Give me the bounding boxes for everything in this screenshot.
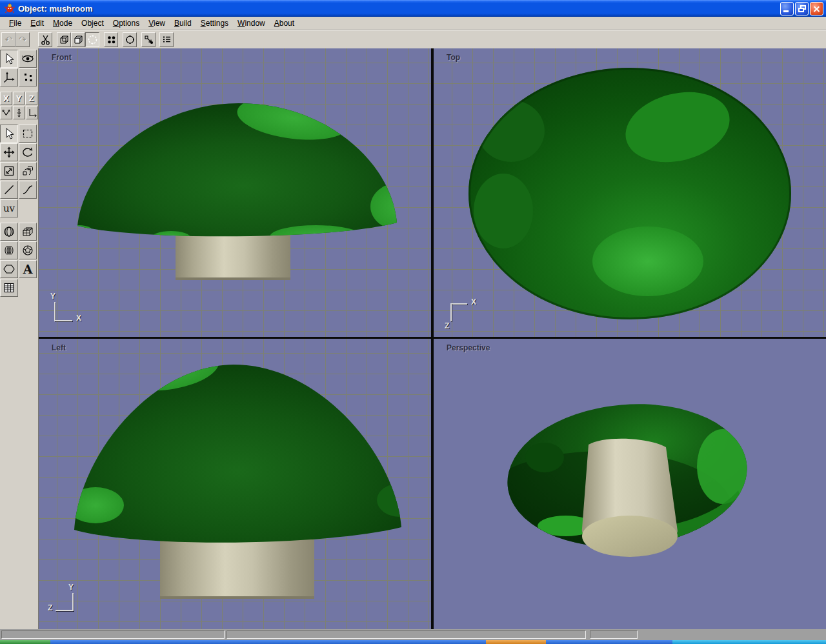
axis-indicator-top: X Z [443,297,484,333]
coord-world-button[interactable] [0,106,12,119]
mushroom-front-render [39,48,431,337]
curve-icon [21,183,34,196]
start-button-edge[interactable] [0,640,50,644]
axis-y-label: Y [68,583,74,592]
close-button[interactable] [810,2,823,15]
menu-object[interactable]: Object [77,17,108,29]
drag-select-button[interactable] [19,125,37,143]
solid-cube-icon [73,34,84,45]
solid-view-button[interactable] [71,32,85,47]
menu-edit[interactable]: Edit [26,17,48,29]
double-cube-icon [21,165,34,177]
ngon-tool-button[interactable] [0,260,18,278]
status-panel [227,630,586,639]
cylinder-tool-button[interactable] [0,241,18,259]
menu-settings[interactable]: Settings [196,17,233,29]
taskbar-tray-segment[interactable] [672,640,826,644]
viewport-perspective[interactable]: Perspective [434,339,826,629]
viewport-left[interactable]: Left [39,339,431,629]
mushroom-top-render [434,48,826,337]
rotate-button[interactable] [19,143,37,161]
scatter-dots-icon [21,71,34,84]
wireframe-view-button[interactable] [57,32,71,47]
move-arrows-icon [3,146,15,159]
viewport-perspective-label: Perspective [447,343,490,352]
viewport-top-label: Top [447,53,460,62]
app-icon [4,3,15,14]
geosphere-icon [21,244,34,257]
add-spline-button[interactable] [19,181,37,199]
taskbar-segment[interactable] [546,640,672,644]
viewport-left-label: Left [52,343,66,352]
select-arrow-button[interactable] [0,50,18,68]
text-tool-button[interactable]: A [19,260,37,278]
axis-lock-y-button[interactable]: Y [13,92,25,105]
select-button[interactable] [0,125,18,143]
grid-tool-button[interactable] [0,279,18,297]
sphere-icon [3,225,15,238]
axis-z-label: Z [445,321,449,330]
status-panel [1,630,225,639]
menu-bar: File Edit Mode Object Options View Build… [0,17,826,30]
menu-mode[interactable]: Mode [48,17,77,29]
taskbar-active-window-button[interactable] [486,640,546,644]
menu-build[interactable]: Build [170,17,196,29]
axis-x-label: X [471,297,476,307]
menu-view[interactable]: View [144,17,170,29]
spline-circle-button[interactable] [123,32,137,47]
smooth-view-button[interactable] [85,32,99,47]
menu-window[interactable]: Window [233,17,270,29]
viewport-front[interactable]: Front [39,48,431,337]
axis-z-label: Z [48,603,52,612]
minimize-button[interactable] [780,2,794,15]
axis-move-button[interactable] [141,32,156,47]
axis-lock-z-button[interactable]: Z [25,92,37,105]
visibility-button[interactable] [19,50,37,68]
screen-axes-icon [26,106,37,119]
non-uniform-scale-button[interactable] [19,162,37,180]
viewport-front-label: Front [52,53,72,62]
menu-options[interactable]: Options [108,17,144,29]
title-bar[interactable]: Object: mushroom [0,0,826,17]
mushroom-perspective-render [434,339,826,629]
status-bar [0,629,826,640]
marquee-icon [21,127,34,140]
menu-file[interactable]: File [5,17,26,29]
sphere-tool-button[interactable] [0,223,18,241]
menu-about[interactable]: About [270,17,299,29]
world-axes-icon [1,106,12,119]
option-list-button[interactable] [159,32,174,47]
viewport-top[interactable]: Top [434,48,826,337]
line-icon [3,183,15,196]
axis-orientation-button[interactable] [0,68,18,86]
list-icon [161,34,172,45]
point-edit-button[interactable] [104,32,118,47]
cursor-arrow-icon [3,52,15,65]
add-edge-button[interactable] [0,181,18,199]
four-dots-icon [106,34,117,45]
restore-button[interactable] [795,2,809,15]
object-axes-icon [14,106,25,119]
coord-object-button[interactable] [13,106,25,119]
cylinder-icon [3,244,15,257]
axis-lock-x-button[interactable]: X [0,92,12,105]
cut-button[interactable] [38,32,52,47]
redo-icon: ↷ [19,35,26,44]
move-button[interactable] [0,143,18,161]
undo-button[interactable]: ↶ [1,32,15,47]
taskbar-segment[interactable] [50,640,486,644]
show-points-button[interactable] [19,68,37,86]
axes-icon [3,71,15,84]
uv-tool-button[interactable]: uv [0,199,18,217]
wireframe-cube-icon [59,34,70,45]
cube-tool-button[interactable] [19,223,37,241]
app-window: Object: mushroom File Edit Mode Object O… [0,0,826,644]
table-icon [3,281,15,294]
axis-x-label: X [76,314,81,323]
geosphere-tool-button[interactable] [19,241,37,259]
status-panel [590,630,638,639]
scale-button[interactable] [0,162,18,180]
arrow-dot-icon [143,34,154,45]
coord-screen-button[interactable] [26,106,38,119]
redo-button[interactable]: ↷ [15,32,30,47]
